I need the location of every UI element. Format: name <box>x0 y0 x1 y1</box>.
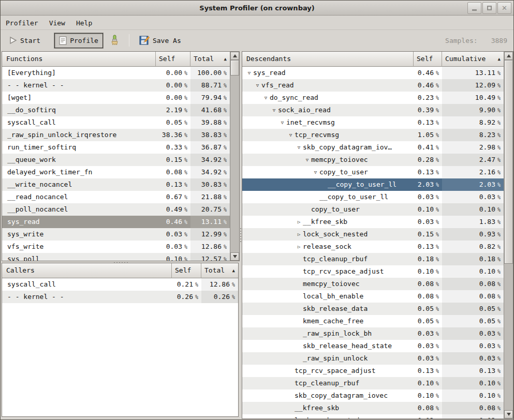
table-row[interactable]: tcp_rcv_space_adjust0.13%0.13% <box>242 365 504 377</box>
table-row[interactable]: __copy_to_user_ll0.03%0.03% <box>242 191 504 203</box>
descendants-cumulative-column-header[interactable]: Cumulative ▲ <box>442 52 504 67</box>
titlebar[interactable]: System Profiler (on crownbay) ✕ <box>1 1 513 16</box>
save-as-button[interactable]: Save As <box>135 32 186 49</box>
table-row[interactable]: ▽inet_recvmsg0.13%8.92% <box>242 116 504 129</box>
table-row[interactable]: vfs_write0.03%12.86% <box>2 241 230 253</box>
table-row[interactable]: [Everything]0.00%100.00% <box>2 67 230 79</box>
table-row[interactable]: [wget]0.00%79.94% <box>2 92 230 104</box>
table-row[interactable]: __poll_nocancel0.49%20.75% <box>2 203 230 216</box>
table-row[interactable]: __copy_to_user_ll2.03%2.03% <box>242 178 504 191</box>
expander-open-icon[interactable]: ▽ <box>262 92 270 104</box>
function-name: __read_nocancel <box>2 191 156 203</box>
callers-panel: Callers Self Total ▲ syscall_call0.21%12… <box>2 263 239 417</box>
table-row[interactable]: ▽vfs_read0.46%12.09% <box>242 79 504 92</box>
expander-open-icon[interactable]: ▽ <box>245 67 253 79</box>
table-row[interactable]: ▽tcp_recvmsg1.05%8.23% <box>242 129 504 141</box>
table-row[interactable]: __kfree_skb0.08%0.08% <box>242 402 504 414</box>
arrow-down-icon <box>507 413 511 416</box>
menu-help[interactable]: Help <box>76 18 97 28</box>
percent-value: 38.83% <box>190 129 230 141</box>
table-row[interactable]: ▽sys_read0.46%13.11% <box>242 67 504 79</box>
menu-view[interactable]: View <box>49 18 70 28</box>
function-name: ▷lock_sock_nested <box>242 228 414 241</box>
table-row[interactable]: local_bh_enable0.08%0.08% <box>242 290 504 303</box>
scrollbar-thumb[interactable] <box>230 60 239 76</box>
table-row[interactable]: _raw_spin_unlock0.03%0.03% <box>242 352 504 365</box>
table-row[interactable]: _raw_spin_unlock_irqrestore38.36%38.83% <box>2 129 230 141</box>
table-row[interactable]: ▽skb_copy_datagram_iov…0.41%2.98% <box>242 141 504 154</box>
table-row[interactable]: ▷lock_sock_nested0.15%0.93% <box>242 228 504 241</box>
function-name: __copy_to_user_ll <box>242 191 414 203</box>
start-button[interactable]: Start <box>5 33 45 48</box>
descendants-scrollbar[interactable] <box>504 52 513 418</box>
expander-closed-icon[interactable]: ▷ <box>295 241 303 253</box>
callers-self-column-header[interactable]: Self <box>172 263 201 278</box>
functions-self-column-header[interactable]: Self <box>156 52 190 67</box>
close-button[interactable]: ✕ <box>497 2 511 14</box>
table-row[interactable]: sys_poll0.10%12.57% <box>2 253 230 261</box>
functions-scrollbar[interactable] <box>230 52 239 261</box>
brush-icon <box>110 35 119 46</box>
app-window: System Profiler (on crownbay) ✕ Profiler… <box>0 0 514 420</box>
functions-total-column-header[interactable]: Total ▲ <box>190 52 230 67</box>
expander-open-icon[interactable]: ▽ <box>278 116 286 129</box>
table-row[interactable]: syscall_call0.21%12.86% <box>2 278 238 291</box>
function-name: ▽vfs_read <box>242 79 414 92</box>
percent-value: 0.13% <box>442 365 504 377</box>
expander-open-icon[interactable]: ▽ <box>295 141 303 154</box>
expander-open-icon[interactable]: ▽ <box>287 129 295 141</box>
expander-open-icon[interactable]: ▽ <box>254 79 261 92</box>
scroll-up-button[interactable] <box>504 52 513 60</box>
scroll-up-button[interactable] <box>230 52 239 60</box>
table-row[interactable]: __queue_work0.15%34.92% <box>2 154 230 166</box>
table-row[interactable]: kmem_cache_free0.05%0.05% <box>242 315 504 327</box>
callers-total-column-header[interactable]: Total ▲ <box>201 263 238 278</box>
samples-value: 3889 <box>491 37 507 44</box>
table-row[interactable]: skb_release_data0.05%0.05% <box>242 303 504 315</box>
table-row[interactable]: ▷__kfree_skb0.03%1.83% <box>242 216 504 228</box>
functions-column-header[interactable]: Functions <box>2 52 156 67</box>
table-row[interactable]: sys_read0.46%13.11% <box>2 216 230 228</box>
table-row[interactable]: __write_nocancel0.13%30.83% <box>2 178 230 191</box>
table-row[interactable]: delayed_work_timer_fn0.08%34.92% <box>2 166 230 178</box>
minimize-button[interactable] <box>467 2 481 14</box>
expander-closed-icon[interactable]: ▷ <box>295 228 303 241</box>
table-row[interactable]: run_timer_softirq0.33%36.87% <box>2 141 230 154</box>
descendants-self-column-header[interactable]: Self <box>414 52 442 67</box>
scroll-down-button[interactable] <box>504 410 513 418</box>
table-row[interactable]: tcp_cleanup_rbuf0.18%0.18% <box>242 253 504 265</box>
percent-value: 0.67% <box>156 191 190 203</box>
table-row[interactable]: - - kernel - -0.00%88.71% <box>2 79 230 92</box>
descendants-column-header[interactable]: Descendants <box>242 52 414 67</box>
table-row[interactable]: tcp_rcv_space_adjust0.10%0.10% <box>242 265 504 278</box>
table-row[interactable]: skb_release_head_state0.03%0.03% <box>242 340 504 352</box>
table-row[interactable]: ▷release_sock0.13%0.82% <box>242 241 504 253</box>
table-row[interactable]: __do_softirq2.19%41.68% <box>2 104 230 116</box>
maximize-button[interactable] <box>482 2 496 14</box>
profile-toggle-button[interactable]: Profile <box>54 33 103 48</box>
table-row[interactable]: lock_sock_nested0.03%0.03% <box>242 414 504 418</box>
expander-open-icon[interactable]: ▽ <box>312 166 319 178</box>
scroll-down-button[interactable] <box>230 252 239 261</box>
menu-profiler[interactable]: Profiler <box>6 18 43 28</box>
table-row[interactable]: _raw_spin_lock_bh0.03%0.03% <box>242 327 504 340</box>
table-row[interactable]: memcpy_toiovec0.08%0.08% <box>242 278 504 290</box>
table-row[interactable]: sys_write0.03%12.99% <box>2 228 230 241</box>
table-row[interactable]: syscall_call0.05%39.88% <box>2 116 230 129</box>
table-row[interactable]: ▽sock_aio_read0.39%9.90% <box>242 104 504 116</box>
expander-open-icon[interactable]: ▽ <box>270 104 278 116</box>
table-row[interactable]: copy_to_user0.10%0.10% <box>242 203 504 216</box>
table-row[interactable]: ▽copy_to_user0.13%2.16% <box>242 166 504 178</box>
table-row[interactable]: skb_copy_datagram_iovec0.10%0.10% <box>242 389 504 402</box>
expander-closed-icon[interactable]: ▷ <box>295 216 303 228</box>
reset-button[interactable] <box>105 32 124 49</box>
callers-column-header[interactable]: Callers <box>2 263 172 278</box>
function-name: ▽sock_aio_read <box>242 104 414 116</box>
expander-open-icon[interactable]: ▽ <box>303 154 311 166</box>
table-row[interactable]: - - kernel - -0.26%0.26% <box>2 291 238 303</box>
scrollbar-thumb[interactable] <box>504 60 513 264</box>
table-row[interactable]: __read_nocancel0.67%21.88% <box>2 191 230 203</box>
table-row[interactable]: ▽memcpy_toiovec0.28%2.47% <box>242 154 504 166</box>
table-row[interactable]: tcp_cleanup_rbuf0.10%0.10% <box>242 377 504 389</box>
table-row[interactable]: ▽do_sync_read0.23%10.49% <box>242 92 504 104</box>
